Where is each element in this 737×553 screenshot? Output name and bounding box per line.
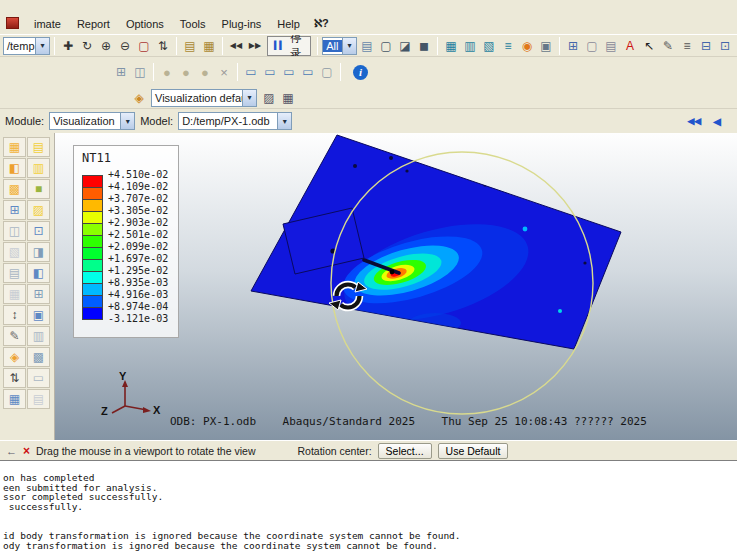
toolbox-icon[interactable]: ▤ — [3, 263, 26, 283]
toolbox-icon[interactable]: ◧ — [3, 158, 26, 178]
common-options-icon[interactable]: ▦ — [279, 89, 297, 107]
shaded-render-icon[interactable]: ◼ — [415, 37, 433, 55]
viewport-canvas[interactable]: Y X Z NT11 +4.510e-02+4.109e-02+3.707e-0… — [55, 133, 737, 440]
toolbox-icon[interactable]: ↕ — [3, 305, 26, 325]
box-zoom-icon[interactable]: ▢ — [135, 37, 153, 55]
toolbox-icon[interactable]: ▨ — [27, 200, 50, 220]
sphere-icon[interactable]: ● — [158, 63, 176, 81]
views-icon[interactable]: ▤ — [358, 37, 376, 55]
toolbox-icon[interactable]: ▥ — [27, 158, 50, 178]
toolbox-icon[interactable]: ▤ — [27, 137, 50, 157]
matrix-icon[interactable]: ▦ — [200, 37, 218, 55]
previous-frame-icon[interactable]: ◀ — [710, 112, 724, 130]
module-label: Module: — [5, 115, 44, 127]
chevron-down-icon[interactable]: ▾ — [120, 113, 134, 129]
display-group-combo[interactable]: All ▾ — [322, 37, 357, 55]
first-frame-icon[interactable]: ◀◀ — [684, 112, 704, 130]
pattern-plot-icon[interactable]: ▧ — [480, 37, 498, 55]
hidden-line-render-icon[interactable]: ◪ — [396, 37, 414, 55]
chevron-down-icon[interactable]: ▾ — [342, 38, 356, 54]
module-combo[interactable]: Visualization ▾ — [49, 112, 135, 130]
toolbox-icon[interactable]: ▤ — [27, 389, 50, 409]
toolbox-icon[interactable]: ▦ — [3, 137, 26, 157]
zoom-in-icon[interactable]: ⊕ — [97, 37, 115, 55]
create-display-group-icon[interactable]: ⊞ — [112, 63, 130, 81]
table-icon[interactable]: ▤ — [181, 37, 199, 55]
menu-report[interactable]: Report — [69, 15, 118, 33]
info-icon[interactable]: i — [353, 65, 368, 80]
next-image-icon[interactable]: ▶▶ — [246, 37, 264, 55]
menu-options[interactable]: Options — [118, 15, 172, 33]
target-icon[interactable]: ◉ — [518, 37, 536, 55]
toolbox-icon[interactable]: ▧ — [3, 242, 26, 262]
menu-plugins[interactable]: Plug-ins — [214, 15, 270, 33]
edit-display-group-icon[interactable]: ◫ — [131, 63, 149, 81]
menu-imate[interactable]: imate — [26, 15, 69, 33]
result-list-icon[interactable]: ≡ — [499, 37, 517, 55]
edit-icon[interactable]: ✎ — [659, 37, 677, 55]
toolbox-icon[interactable]: ▩ — [27, 347, 50, 367]
list-options-icon[interactable]: ≡ — [678, 37, 696, 55]
toolbox-icon[interactable]: ▩ — [3, 179, 26, 199]
previous-prompt-icon[interactable]: ← — [6, 445, 17, 457]
pan-icon[interactable]: ✚ — [59, 37, 77, 55]
toolbox-icon[interactable]: ✎ — [3, 326, 26, 346]
chevron-down-icon[interactable]: ▾ — [277, 113, 291, 129]
split-viewport-icon[interactable]: ⊟ — [697, 37, 715, 55]
path-combo[interactable]: /temp ▾ — [3, 37, 50, 55]
toolbox-icon[interactable]: ▦ — [3, 284, 26, 304]
section-view-icon[interactable]: ▥ — [461, 37, 479, 55]
contour-options-icon[interactable]: ▨ — [260, 89, 278, 107]
toolbox-icon[interactable]: ◫ — [3, 221, 26, 241]
contour-plot-icon[interactable]: ▦ — [442, 37, 460, 55]
defaults-toolbar: ◈ Visualization defaults ▾ ▨▦ — [0, 87, 737, 108]
grid-icon[interactable]: ⊞ — [564, 37, 582, 55]
remove-icon[interactable]: × — [215, 63, 233, 81]
blank-icon[interactable]: ▢ — [318, 63, 336, 81]
toolbox-icon[interactable]: ▦ — [3, 389, 26, 409]
use-default-button[interactable]: Use Default — [438, 443, 509, 459]
toolbox-icon[interactable]: ▭ — [27, 368, 50, 388]
frame-icon[interactable]: ▣ — [537, 37, 555, 55]
wireframe-render-icon[interactable]: ▢ — [377, 37, 395, 55]
plot-symbols-icon[interactable]: ▭ — [299, 63, 317, 81]
plot-deformed-icon[interactable]: ▭ — [261, 63, 279, 81]
pause-recording-button[interactable]: ▍▍ 暂停录制 — [267, 36, 311, 56]
toolbox-icon[interactable]: ◈ — [3, 347, 26, 367]
sphere-icon[interactable]: ● — [196, 63, 214, 81]
message-area[interactable]: on has completedeen submitted for analys… — [0, 460, 737, 553]
model-combo[interactable]: D:/temp/PX-1.odb ▾ — [178, 112, 292, 130]
toolbox-icon[interactable]: ▣ — [27, 305, 50, 325]
layers-icon[interactable]: ▤ — [602, 37, 620, 55]
annotate-text-icon[interactable]: A — [621, 37, 639, 55]
toolbox-icon[interactable]: ◨ — [27, 242, 50, 262]
visualization-defaults-combo[interactable]: Visualization defaults ▾ — [151, 89, 257, 107]
menu-help[interactable]: Help — [269, 15, 308, 33]
viewport-icon[interactable]: ⊡ — [716, 37, 734, 55]
toolbox-icon[interactable]: ■ — [27, 179, 50, 199]
plot-contours-icon[interactable]: ▭ — [280, 63, 298, 81]
box-icon[interactable]: ▢ — [583, 37, 601, 55]
app-icon[interactable] — [6, 17, 19, 29]
contour-legend: NT11 +4.510e-02+4.109e-02+3.707e-02+3.30… — [73, 145, 179, 338]
sphere-icon[interactable]: ● — [177, 63, 195, 81]
toolbox-icon[interactable]: ▥ — [27, 326, 50, 346]
chevron-down-icon[interactable]: ▾ — [242, 90, 256, 106]
menu-tools[interactable]: Tools — [172, 15, 214, 33]
rotate-view-icon[interactable]: ↻ — [78, 37, 96, 55]
defaults-palette-icon[interactable]: ◈ — [130, 89, 148, 107]
toolbox-icon[interactable]: ⊞ — [27, 284, 50, 304]
cancel-icon[interactable]: × — [23, 444, 30, 458]
help-indicator[interactable]: ℵ? — [308, 14, 335, 33]
toolbox-icon[interactable]: ◧ — [27, 263, 50, 283]
cursor-icon[interactable]: ↖ — [640, 37, 658, 55]
chevron-down-icon[interactable]: ▾ — [35, 38, 49, 54]
auto-fit-icon[interactable]: ⇅ — [154, 37, 172, 55]
toolbox-icon[interactable]: ⊞ — [3, 200, 26, 220]
select-rotation-center-button[interactable]: Select... — [378, 443, 432, 459]
toolbox-icon[interactable]: ⊡ — [27, 221, 50, 241]
previous-image-icon[interactable]: ◀◀ — [227, 37, 245, 55]
zoom-out-icon[interactable]: ⊖ — [116, 37, 134, 55]
toolbox-icon[interactable]: ⇅ — [3, 368, 26, 388]
plot-undeformed-icon[interactable]: ▭ — [242, 63, 260, 81]
